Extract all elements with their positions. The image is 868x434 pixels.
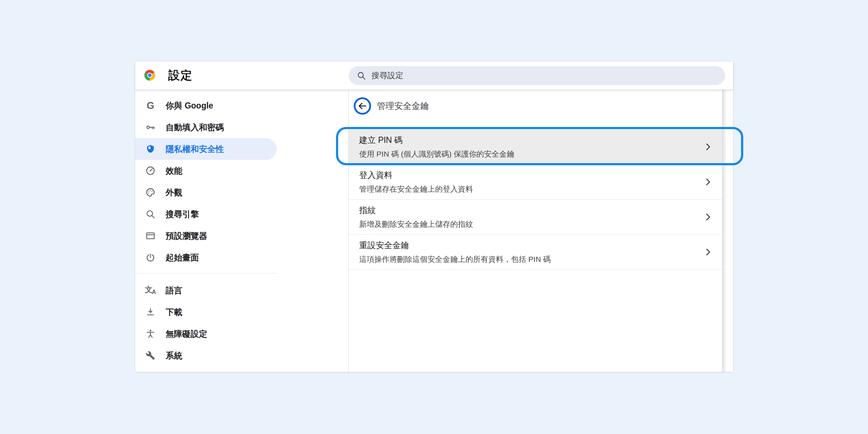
sidebar-item-privacy-security[interactable]: 隱私權和安全性 <box>135 138 277 160</box>
shield-icon <box>145 144 156 154</box>
row-subtitle: 這項操作將刪除這個安全金鑰上的所有資料，包括 PIN 碼 <box>359 254 706 264</box>
sidebar-item-on-startup[interactable]: 起始畫面 <box>135 247 277 268</box>
row-title: 指紋 <box>359 205 706 216</box>
row-sign-in-data[interactable]: 登入資料 管理儲存在安全金鑰上的登入資料 <box>349 165 722 200</box>
chevron-right-icon <box>706 142 711 151</box>
row-subtitle: 管理儲存在安全金鑰上的登入資料 <box>359 184 706 194</box>
chevron-right-icon <box>706 213 711 221</box>
search-icon <box>357 71 366 80</box>
chrome-logo-icon <box>143 69 156 82</box>
chevron-right-icon <box>706 178 711 186</box>
chevron-right-icon <box>706 248 711 256</box>
settings-header: 設定 搜尋設定 <box>135 61 733 90</box>
arrow-left-icon <box>357 101 367 111</box>
desktop-background: { "colors": { "page_background": "#eaf2f… <box>0 0 868 434</box>
magnifier-icon <box>145 209 156 220</box>
translate-icon: 文A <box>145 285 156 296</box>
page-title: 設定 <box>168 68 193 84</box>
row-reset-security-key[interactable]: 重設安全金鑰 這項操作將刪除這個安全金鑰上的所有資料，包括 PIN 碼 <box>349 235 722 270</box>
section-heading: 管理安全金鑰 <box>349 90 429 122</box>
power-icon <box>145 252 156 263</box>
sidebar-item-accessibility[interactable]: 無障礙設定 <box>135 323 277 345</box>
sidebar-item-performance[interactable]: 效能 <box>135 160 277 182</box>
sidebar-item-you-and-google[interactable]: G 你與 Google <box>135 95 277 116</box>
wrench-icon <box>145 350 156 361</box>
sidebar-item-appearance[interactable]: 外觀 <box>135 182 277 203</box>
palette-icon <box>145 187 156 198</box>
chrome-settings-window: 設定 搜尋設定 G 你與 Google 自動填入和密碼 <box>135 61 733 372</box>
security-key-options-list: 建立 PIN 碼 使用 PIN 碼 (個人識別號碼) 保護你的安全金鑰 登入資料… <box>349 129 722 270</box>
sidebar-item-languages[interactable]: 文A 語言 <box>135 280 277 301</box>
search-settings-input[interactable]: 搜尋設定 <box>349 66 725 85</box>
sidebar-divider <box>135 273 277 273</box>
sidebar-item-system[interactable]: 系統 <box>135 345 277 366</box>
settings-main-panel: 管理安全金鑰 建立 PIN 碼 使用 PIN 碼 (個人識別號碼) 保護你的安全… <box>348 90 723 372</box>
browser-window-icon <box>145 230 156 241</box>
row-title: 建立 PIN 碼 <box>359 135 706 146</box>
search-placeholder: 搜尋設定 <box>371 70 403 81</box>
row-subtitle: 新增及刪除安全金鑰上儲存的指紋 <box>359 219 706 229</box>
google-g-icon: G <box>145 100 156 111</box>
sidebar-item-autofill-passwords[interactable]: 自動填入和密碼 <box>135 116 277 138</box>
row-title: 登入資料 <box>359 170 706 181</box>
row-create-pin[interactable]: 建立 PIN 碼 使用 PIN 碼 (個人識別號碼) 保護你的安全金鑰 <box>349 129 722 165</box>
accessibility-icon <box>145 328 156 339</box>
key-icon <box>145 122 156 133</box>
sidebar-item-downloads[interactable]: 下載 <box>135 301 277 323</box>
row-subtitle: 使用 PIN 碼 (個人識別號碼) 保護你的安全金鑰 <box>359 149 706 159</box>
speedometer-icon <box>145 165 156 176</box>
sidebar-item-search-engine[interactable]: 搜尋引擎 <box>135 203 277 225</box>
back-button[interactable] <box>354 97 371 115</box>
row-title: 重設安全金鑰 <box>359 240 706 251</box>
settings-sidebar: G 你與 Google 自動填入和密碼 隱私權和安全性 <box>135 90 348 372</box>
row-fingerprints[interactable]: 指紋 新增及刪除安全金鑰上儲存的指紋 <box>349 200 722 235</box>
sidebar-item-default-browser[interactable]: 預設瀏覽器 <box>135 225 277 247</box>
section-title: 管理安全金鑰 <box>377 100 429 112</box>
download-icon <box>145 307 156 318</box>
